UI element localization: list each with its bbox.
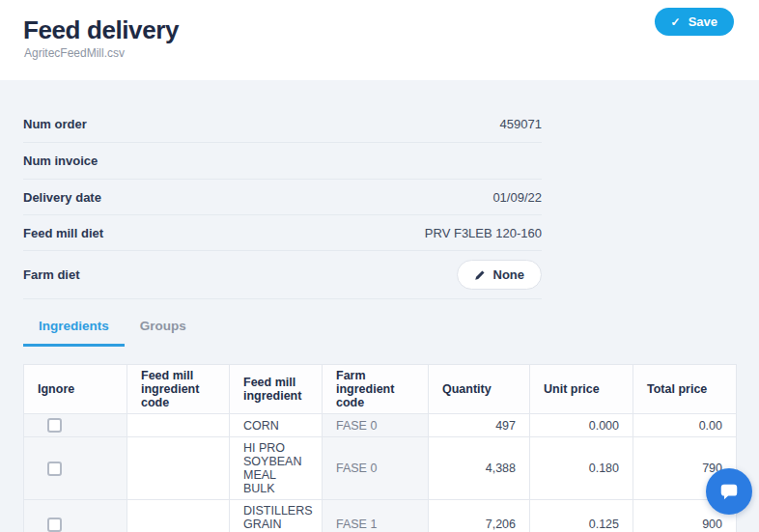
save-button[interactable]: ✓ Save [655,8,734,36]
tab-ingredients[interactable]: Ingredients [23,313,125,347]
page-title: Feed delivery [23,15,179,45]
tab-bar: Ingredients Groups [23,313,759,347]
cell-quantity: 497 [429,414,530,437]
delivery-date-value: 01/09/22 [492,190,542,205]
col-header-total-price: Total price [633,365,737,414]
cell-feed-mill-ingredient: DISTILLERS GRAIN Bulk [230,500,323,532]
cell-unit-price: 0.000 [530,414,633,437]
num-order-value: 459071 [500,117,542,131]
num-invoice-label: Num invoice [23,154,98,168]
feed-delivery-page: ←Back Feed delivery AgritecFeedMill.csv … [0,0,759,532]
delivery-form: Num order 459071 Num invoice Delivery da… [23,106,542,299]
feed-mill-diet-label: Feed mill diet [23,226,103,240]
table-header-row: Ignore Feed mill ingredient code Feed mi… [24,365,737,414]
col-header-feed-mill-ingredient-code: Feed mill ingredient code [127,365,230,414]
col-header-feed-mill-ingredient: Feed mill ingredient [230,365,323,414]
cell-feed-mill-ingredient-code [127,500,230,532]
farm-diet-label: Farm diet [23,267,80,282]
cell-feed-mill-ingredient-code [127,414,230,437]
cell-unit-price: 0.125 [530,500,633,532]
table-row: HI PRO SOYBEAN MEAL BULK FASE 0 4,388 0.… [24,437,737,500]
table-row: DISTILLERS GRAIN Bulk FASE 1 7,206 0.125… [24,500,737,532]
topbar: ←Back Feed delivery AgritecFeedMill.csv … [0,0,759,80]
chat-bubble-icon [718,481,740,502]
ingredients-table: Ignore Feed mill ingredient code Feed mi… [23,364,736,532]
num-order-label: Num order [23,117,87,131]
source-file-name: AgritecFeedMill.csv [24,46,125,60]
cell-unit-price: 0.180 [530,437,633,500]
cell-quantity: 7,206 [429,500,530,532]
form-row-num-invoice: Num invoice [23,143,542,180]
farm-diet-edit-button[interactable]: None [457,260,543,290]
form-row-feed-mill-diet: Feed mill diet PRV F3LEB 120-160 [23,215,542,251]
farm-diet-value: None [493,267,525,282]
back-arrow-icon: ← [77,0,91,2]
cell-feed-mill-ingredient: CORN [230,414,323,437]
col-header-farm-ingredient-code: Farm ingredient code [323,365,429,414]
save-button-label: Save [689,14,717,29]
ignore-checkbox[interactable] [47,418,62,433]
form-row-num-order: Num order 459071 [23,106,542,143]
cell-farm-ingredient-code: FASE 0 [323,414,429,437]
back-link[interactable]: ←Back [77,0,127,2]
back-link-label: Back [97,0,127,2]
col-header-unit-price: Unit price [530,365,633,414]
col-header-ignore: Ignore [24,365,127,414]
delivery-date-label: Delivery date [23,190,101,205]
chat-launcher-button[interactable] [706,468,752,515]
pencil-icon [474,269,486,281]
check-icon: ✓ [671,15,681,29]
ignore-checkbox[interactable] [47,518,62,532]
col-header-quantity: Quantity [429,365,530,414]
cell-farm-ingredient-code: FASE 0 [323,437,429,500]
form-row-farm-diet: Farm diet None [23,251,542,299]
form-row-delivery-date: Delivery date 01/09/22 [23,180,542,215]
tab-groups[interactable]: Groups [125,313,202,347]
cell-feed-mill-ingredient-code [127,437,230,500]
feed-mill-diet-value: PRV F3LEB 120-160 [425,226,542,240]
cell-quantity: 4,388 [429,437,530,500]
cell-farm-ingredient-code: FASE 1 [323,500,429,532]
table-row: CORN FASE 0 497 0.000 0.00 [24,414,737,437]
cell-feed-mill-ingredient: HI PRO SOYBEAN MEAL BULK [230,437,323,500]
cell-total-price: 0.00 [633,414,737,437]
ignore-checkbox[interactable] [47,462,62,476]
